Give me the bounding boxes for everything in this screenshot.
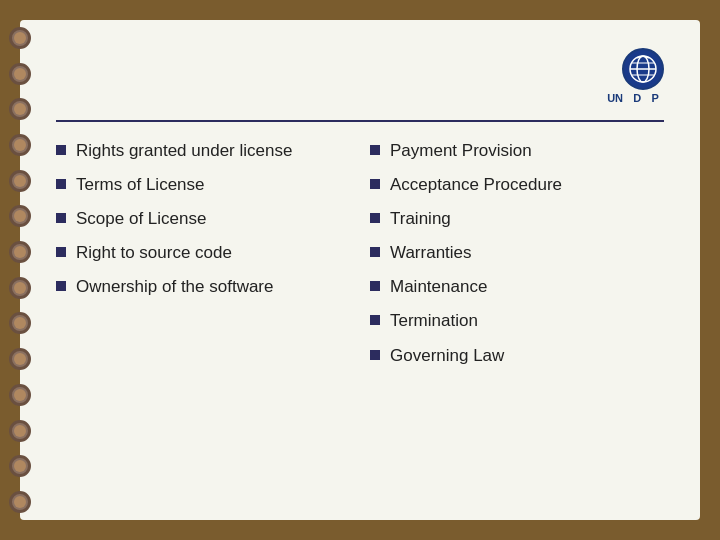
undp-logo: UN D P [602,48,664,110]
title-row: UN D P [56,48,664,110]
spiral-binding [6,20,34,520]
bullet-icon [370,247,380,257]
right-list-item: Training [370,208,664,230]
bullet-icon [56,213,66,223]
bullet-icon [370,315,380,325]
spiral-ring [9,205,31,227]
spiral-ring [9,348,31,370]
left-list-item: Right to source code [56,242,350,264]
bullet-icon [370,281,380,291]
spiral-ring [9,420,31,442]
globe-icon [627,53,659,85]
spiral-ring [9,491,31,513]
left-item-text: Terms of License [76,174,350,196]
right-item-text: Acceptance Procedure [390,174,664,196]
spiral-ring [9,63,31,85]
right-item-text: Termination [390,310,664,332]
spiral-ring [9,455,31,477]
left-list-item: Ownership of the software [56,276,350,298]
right-list-item: Payment Provision [370,140,664,162]
left-list-item: Scope of License [56,208,350,230]
left-list-item: Terms of License [56,174,350,196]
right-list-item: Maintenance [370,276,664,298]
right-list-item: Governing Law [370,345,664,367]
spiral-ring [9,27,31,49]
spiral-ring [9,277,31,299]
logo-un: UN [607,92,623,104]
right-list-item: Termination [370,310,664,332]
right-item-text: Maintenance [390,276,664,298]
left-item-text: Ownership of the software [76,276,350,298]
content-area: Rights granted under license Terms of Li… [56,140,664,379]
spiral-ring [9,170,31,192]
spiral-ring [9,134,31,156]
spiral-ring [9,312,31,334]
left-item-text: Right to source code [76,242,350,264]
spiral-ring [9,98,31,120]
bullet-icon [56,247,66,257]
right-column: Payment Provision Acceptance Procedure T… [370,140,664,379]
logo-d: D [633,92,641,104]
logo-p: P [652,92,659,104]
bullet-icon [370,145,380,155]
bullet-icon [370,213,380,223]
left-list-item: Rights granted under license [56,140,350,162]
logo-text: UN D P [602,92,664,104]
right-item-text: Governing Law [390,345,664,367]
right-item-text: Training [390,208,664,230]
bullet-icon [370,350,380,360]
spiral-ring [9,241,31,263]
slide: UN D P Rights granted under license Term… [20,20,700,520]
bullet-icon [56,179,66,189]
bullet-icon [370,179,380,189]
bullet-icon [56,145,66,155]
right-list-item: Warranties [370,242,664,264]
spiral-ring [9,384,31,406]
right-item-text: Warranties [390,242,664,264]
left-column: Rights granted under license Terms of Li… [56,140,350,379]
title-divider [56,120,664,122]
bullet-icon [56,281,66,291]
right-item-text: Payment Provision [390,140,664,162]
right-list-item: Acceptance Procedure [370,174,664,196]
left-item-text: Rights granted under license [76,140,350,162]
logo-circle [622,48,664,90]
left-item-text: Scope of License [76,208,350,230]
